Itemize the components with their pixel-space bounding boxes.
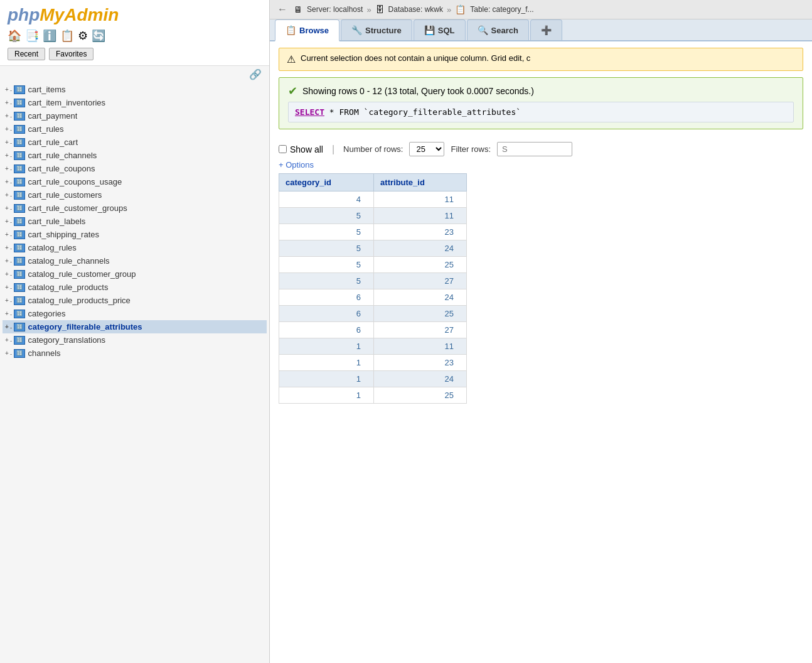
breadcrumb-sep-2: » — [447, 5, 451, 14]
sidebar-item-label-1: cart_item_inventories — [28, 98, 106, 107]
sidebar-item-categories[interactable]: + - 🔢 categories — [3, 307, 267, 320]
dash-icon: - — [10, 244, 13, 252]
warning-banner: ⚠ Current selection does not contain a u… — [279, 48, 803, 71]
back-button[interactable]: ← — [277, 4, 287, 15]
toggle-icon[interactable]: + — [5, 337, 9, 343]
table-icon-17: 🔢 — [14, 310, 25, 318]
sidebar-item-cart_rule_labels[interactable]: + - 🔢 cart_rule_labels — [3, 215, 267, 228]
server-label: Server: localhost — [307, 5, 363, 14]
structure-tab-icon: 🔧 — [351, 25, 362, 35]
favorites-button[interactable]: Favorites — [49, 48, 93, 60]
sidebar-item-cart_shipping_rates[interactable]: + - 🔢 cart_shipping_rates — [3, 228, 267, 241]
toggle-icon[interactable]: + — [5, 205, 9, 212]
toggle-icon[interactable]: + — [5, 126, 9, 132]
cell-category-id: 6 — [279, 306, 374, 322]
rows-select[interactable]: 25 50 100 — [409, 142, 444, 156]
cell-attribute-id: 25 — [374, 387, 467, 404]
bookmark-icon[interactable]: 📑 — [25, 29, 39, 43]
dash-icon: - — [10, 231, 13, 239]
sidebar-item-label-4: cart_rule_cart — [28, 137, 78, 147]
sidebar-item-label-18: category_filterable_attributes — [28, 322, 142, 332]
cell-attribute-id: 11 — [374, 191, 467, 208]
copy-icon[interactable]: 📋 — [60, 29, 74, 43]
sidebar-item-label-19: category_translations — [28, 335, 106, 345]
sidebar-item-catalog_rule_channels[interactable]: + - 🔢 catalog_rule_channels — [3, 254, 267, 267]
info-icon[interactable]: ℹ️ — [43, 29, 56, 43]
dash-icon: - — [10, 218, 13, 225]
tab-sql[interactable]: 💾 SQL — [414, 19, 466, 40]
sidebar-item-cart_rule_cart[interactable]: + - 🔢 cart_rule_cart — [3, 136, 267, 149]
table-icon-3: 🔢 — [14, 125, 25, 134]
toggle-icon[interactable]: + — [5, 165, 9, 172]
table-row: 624 — [279, 289, 467, 306]
sidebar-item-label-7: cart_rule_coupons_usage — [28, 177, 122, 186]
controls-separator: | — [332, 144, 334, 155]
toggle-icon[interactable]: + — [5, 191, 9, 198]
table-icon-12: 🔢 — [14, 244, 25, 252]
toggle-icon[interactable]: + — [5, 323, 9, 330]
tab-more[interactable]: ➕ — [530, 19, 562, 40]
recent-button[interactable]: Recent — [8, 48, 45, 60]
table-icon-1: 🔢 — [14, 99, 25, 107]
sidebar-item-cart_rule_channels[interactable]: + - 🔢 cart_rule_channels — [3, 149, 267, 162]
sidebar-item-catalog_rules[interactable]: + - 🔢 catalog_rules — [3, 241, 267, 254]
toggle-icon[interactable]: + — [5, 350, 9, 357]
tab-browse[interactable]: 📋 Browse — [275, 19, 339, 41]
toggle-icon[interactable]: + — [5, 297, 9, 304]
show-all-checkbox[interactable] — [279, 145, 287, 153]
sidebar-item-cart_rule_coupons_usage[interactable]: + - 🔢 cart_rule_coupons_usage — [3, 175, 267, 188]
sidebar-item-category_filterable_attributes[interactable]: + - 🔢 category_filterable_attributes — [3, 320, 267, 333]
sidebar-item-cart_rule_customer_groups[interactable]: + - 🔢 cart_rule_customer_groups — [3, 202, 267, 215]
sidebar-item-label-2: cart_payment — [28, 111, 78, 121]
toggle-icon[interactable]: + — [5, 271, 9, 278]
tab-structure[interactable]: 🔧 Structure — [341, 19, 412, 40]
settings-icon[interactable]: ⚙ — [78, 29, 88, 43]
toggle-icon[interactable]: + — [5, 310, 9, 317]
toggle-icon[interactable]: + — [5, 284, 9, 291]
sidebar-link-icon[interactable]: 🔗 — [249, 68, 262, 80]
cell-category-id: 5 — [279, 224, 374, 240]
tab-structure-label: Structure — [365, 26, 402, 35]
cell-attribute-id: 27 — [374, 322, 467, 338]
filter-input[interactable] — [497, 142, 572, 156]
cell-attribute-id: 23 — [374, 224, 467, 240]
col-attribute-id[interactable]: attribute_id — [374, 174, 467, 191]
cell-attribute-id: 25 — [374, 306, 467, 322]
toggle-icon[interactable]: + — [5, 244, 9, 251]
toggle-icon[interactable]: + — [5, 152, 9, 159]
success-banner: ✔ Showing rows 0 - 12 (13 total, Query t… — [279, 77, 803, 129]
toggle-icon[interactable]: + — [5, 178, 9, 185]
options-link[interactable]: + Options — [279, 160, 314, 170]
toggle-icon[interactable]: + — [5, 231, 9, 238]
cell-category-id: 5 — [279, 257, 374, 273]
toggle-icon[interactable]: + — [5, 257, 9, 264]
sidebar-item-catalog_rule_products[interactable]: + - 🔢 catalog_rule_products — [3, 281, 267, 294]
sidebar-item-cart_items[interactable]: + - 🔢 cart_items — [3, 83, 267, 96]
toggle-icon[interactable]: + — [5, 139, 9, 146]
sidebar-item-cart_item_inventories[interactable]: + - 🔢 cart_item_inventories — [3, 96, 267, 109]
sidebar-item-category_translations[interactable]: + - 🔢 category_translations — [3, 333, 267, 347]
cell-attribute-id: 24 — [374, 240, 467, 257]
toggle-icon[interactable]: + — [5, 112, 9, 119]
sidebar-item-cart_payment[interactable]: + - 🔢 cart_payment — [3, 109, 267, 122]
sidebar-item-catalog_rule_products_price[interactable]: + - 🔢 catalog_rule_products_price — [3, 294, 267, 307]
table-row: 123 — [279, 355, 467, 371]
cell-category-id: 5 — [279, 208, 374, 224]
toggle-icon[interactable]: + — [5, 99, 9, 106]
dash-icon: - — [10, 86, 13, 94]
sidebar-item-channels[interactable]: + - 🔢 channels — [3, 347, 267, 360]
sidebar-item-cart_rule_coupons[interactable]: + - 🔢 cart_rule_coupons — [3, 162, 267, 175]
home-icon[interactable]: 🏠 — [8, 29, 21, 43]
cell-category-id: 1 — [279, 338, 374, 355]
toggle-icon[interactable]: + — [5, 218, 9, 225]
sidebar-item-cart_rules[interactable]: + - 🔢 cart_rules — [3, 122, 267, 136]
cell-category-id: 1 — [279, 355, 374, 371]
tab-search[interactable]: 🔍 Search — [467, 19, 529, 40]
col-category-id[interactable]: category_id — [279, 174, 374, 191]
sidebar-item-cart_rule_customers[interactable]: + - 🔢 cart_rule_customers — [3, 188, 267, 202]
table-icon-18: 🔢 — [14, 323, 25, 332]
sidebar-item-catalog_rule_customer_group[interactable]: + - 🔢 catalog_rule_customer_group — [3, 267, 267, 281]
show-all-label[interactable]: Show all — [290, 144, 323, 154]
exit-icon[interactable]: 🔄 — [92, 29, 105, 43]
toggle-icon[interactable]: + — [5, 86, 9, 93]
